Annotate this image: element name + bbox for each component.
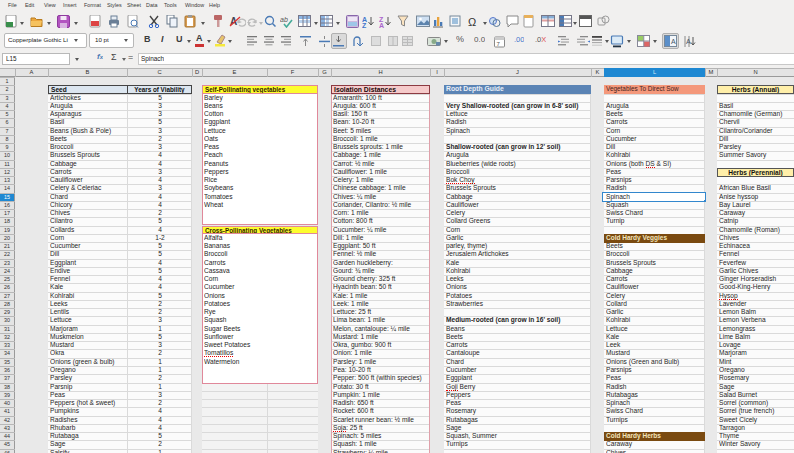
- svg-text:A: A: [671, 38, 676, 45]
- svg-text:Ω: Ω: [468, 16, 476, 28]
- svg-text:A: A: [379, 22, 384, 28]
- svg-text:ab: ab: [280, 16, 288, 23]
- svg-text:A: A: [686, 38, 691, 45]
- svg-text:Z: Z: [362, 22, 367, 28]
